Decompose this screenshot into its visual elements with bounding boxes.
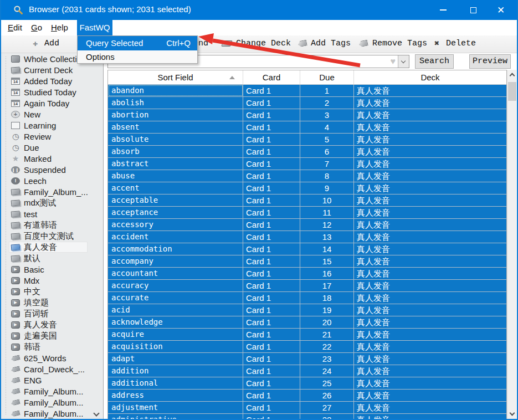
menu-go[interactable]: Go <box>29 20 44 35</box>
sidebar-item-中文[interactable]: ▶ 中文 <box>1 286 103 297</box>
sidebar-item-family-album-[interactable]: Family_Album... <box>1 386 103 397</box>
add-button[interactable]: Add <box>44 39 59 48</box>
menu-fastwq[interactable]: FastWQ <box>77 20 112 35</box>
sidebar-item-family-album-[interactable]: Family_Album... <box>1 408 103 419</box>
add-tags-button[interactable]: Add Tags <box>311 39 351 48</box>
maximize-button[interactable] <box>460 0 486 20</box>
search-history-dropdown[interactable] <box>398 55 409 68</box>
cell-deck: 真人发音 <box>354 146 506 157</box>
sidebar-item-有道韩语[interactable]: 有道韩语 <box>1 219 103 231</box>
sidebar-item-family-album-[interactable]: Family_Album... <box>1 397 103 408</box>
minimize-button[interactable] <box>430 0 456 20</box>
calendar-icon: 14 <box>11 100 20 107</box>
menu-help[interactable]: Help <box>49 20 70 35</box>
sidebar-item-studied-today[interactable]: 14 Studied Today <box>1 86 103 98</box>
search-button[interactable]: Search <box>415 54 454 69</box>
cell-deck: 真人发音 <box>354 402 506 413</box>
sidebar-item-suspended[interactable]: ❙❙ Suspended <box>1 164 103 175</box>
sidebar-item-百度中文测试[interactable]: 百度中文测试 <box>1 231 103 242</box>
sidebar-item-mdx测试[interactable]: mdx测试 <box>1 197 103 208</box>
scrollbar-thumb[interactable] <box>508 82 516 101</box>
title-bar: Browser (2031 cards shown; 2031 selected… <box>0 0 518 20</box>
table-row[interactable]: acceptable Card 1 10 真人发音 <box>108 194 506 207</box>
sidebar-item-leech[interactable]: ! Leech <box>1 175 103 186</box>
table-row[interactable]: acceptance Card 1 11 真人发音 <box>108 207 506 219</box>
table-row[interactable]: acid Card 1 19 真人发音 <box>108 304 506 316</box>
header-card[interactable]: Card <box>243 70 300 84</box>
table-row[interactable]: accountant Card 1 16 真人发音 <box>108 268 506 280</box>
scroll-up-icon[interactable] <box>507 70 517 79</box>
sidebar-item-family-album-[interactable]: Family_Album_... <box>1 186 103 197</box>
table-row[interactable]: abolish Card 1 2 真人发音 <box>108 97 506 109</box>
remove-tags-button[interactable]: Remove Tags <box>372 39 427 48</box>
header-deck[interactable]: Deck <box>354 70 506 84</box>
table-row[interactable]: abstract Card 1 7 真人发音 <box>108 158 506 170</box>
table-row[interactable]: abuse Card 1 8 真人发音 <box>108 170 506 182</box>
cell-sort-field: adjustment <box>108 402 243 413</box>
sidebar-item-marked[interactable]: ★ Marked <box>1 153 103 164</box>
table-row[interactable]: accessory Card 1 12 真人发音 <box>108 219 506 231</box>
table-row[interactable]: absolute Card 1 5 真人发音 <box>108 134 506 146</box>
sidebar-item-due[interactable]: ◷ Due <box>1 142 103 153</box>
sidebar-item-默认[interactable]: 默认 <box>1 253 103 264</box>
table-row[interactable]: absorb Card 1 6 真人发音 <box>108 146 506 158</box>
cell-sort-field: abolish <box>108 97 243 109</box>
menu-item-query-selected[interactable]: Query Selected Ctrl+Q <box>78 36 197 50</box>
sidebar-item-走遍美国[interactable]: ▶ 走遍美国 <box>1 330 103 341</box>
table-row[interactable]: accurate Card 1 18 真人发音 <box>108 292 506 304</box>
table-row[interactable]: acquire Card 1 21 真人发音 <box>108 329 506 341</box>
sidebar-item-test[interactable]: test <box>1 208 103 219</box>
header-due[interactable]: Due <box>300 70 354 84</box>
close-button[interactable]: ✕ <box>488 0 514 20</box>
sidebar-item-basic[interactable]: ▶ Basic <box>1 264 103 275</box>
sidebar-item-again-today[interactable]: 14 Again Today <box>1 98 103 109</box>
sidebar-item-carol-dweck-[interactable]: Carol_Dweck_... <box>1 363 103 375</box>
table-row[interactable]: adapt Card 1 23 真人发音 <box>108 353 506 365</box>
sidebar-item-真人发音[interactable]: 真人发音 <box>1 242 103 253</box>
table-row[interactable]: accuracy Card 1 17 真人发音 <box>108 280 506 292</box>
sidebar-item-new[interactable]: + New <box>1 109 103 120</box>
table-row[interactable]: address Card 1 26 真人发音 <box>108 390 506 402</box>
cell-deck: 真人发音 <box>354 292 506 304</box>
table-row[interactable]: addition Card 1 24 真人发音 <box>108 365 506 377</box>
sidebar-item-真人发音[interactable]: ▶ 真人发音 <box>1 319 103 330</box>
change-deck-button[interactable]: Change Deck <box>236 39 291 48</box>
table-row[interactable]: administrative Card 1 28 真人发音 <box>108 414 506 419</box>
header-sort-field[interactable]: Sort Field <box>108 70 243 84</box>
table-row[interactable]: acknowledge Card 1 20 真人发音 <box>108 316 506 329</box>
table-row[interactable]: accent Card 1 9 真人发音 <box>108 182 506 194</box>
sidebar-item-填空题[interactable]: ▶ 填空题 <box>1 297 103 308</box>
cell-due: 3 <box>300 109 354 121</box>
table-body: abandon Card 1 1 真人发音 abolish Card 1 2 真… <box>108 85 506 419</box>
table-row[interactable]: accommodation Card 1 14 真人发音 <box>108 243 506 255</box>
sidebar-item-current-deck[interactable]: Current Deck <box>1 64 103 75</box>
table-row[interactable]: abortion Card 1 3 真人发音 <box>108 109 506 121</box>
table-scrollbar[interactable] <box>507 70 516 420</box>
table-row[interactable]: accident Card 1 13 真人发音 <box>108 231 506 243</box>
preview-button[interactable]: Preview <box>469 54 511 69</box>
sidebar-item-eng[interactable]: ENG <box>1 375 103 386</box>
menu-edit[interactable]: Edit <box>6 20 24 35</box>
sidebar-item-韩语[interactable]: ▶ 韩语 <box>1 341 103 352</box>
table-row[interactable]: accompany Card 1 15 真人发音 <box>108 255 506 268</box>
sidebar-item-625-words[interactable]: 625_Words <box>1 352 103 363</box>
sidebar-item-百词斩[interactable]: ▶ 百词斩 <box>1 308 103 319</box>
deck-icon <box>11 66 20 73</box>
cell-card: Card 1 <box>243 390 300 401</box>
sidebar-item-mdx[interactable]: ▶ Mdx <box>1 275 103 286</box>
sidebar-item-review[interactable]: ◷ Review <box>1 131 103 142</box>
table-row[interactable]: acquisition Card 1 22 真人发音 <box>108 341 506 353</box>
scroll-down-icon[interactable] <box>507 409 517 419</box>
cell-due: 18 <box>300 292 354 304</box>
table-row[interactable]: additional Card 1 25 真人发音 <box>108 377 506 390</box>
delete-button[interactable]: Delete <box>446 39 476 48</box>
menu-item-options[interactable]: Options <box>78 50 197 63</box>
cell-card: Card 1 <box>243 207 300 218</box>
sidebar-item-learning[interactable]: Learning <box>1 120 103 131</box>
table-row[interactable]: absent Card 1 4 真人发音 <box>108 121 506 134</box>
sidebar-item-added-today[interactable]: 14 Added Today <box>1 75 103 86</box>
cell-card: Card 1 <box>243 377 300 389</box>
table-row[interactable]: abandon Card 1 1 真人发音 <box>108 85 506 97</box>
cell-deck: 真人发音 <box>354 316 506 328</box>
table-row[interactable]: adjustment Card 1 27 真人发音 <box>108 402 506 414</box>
